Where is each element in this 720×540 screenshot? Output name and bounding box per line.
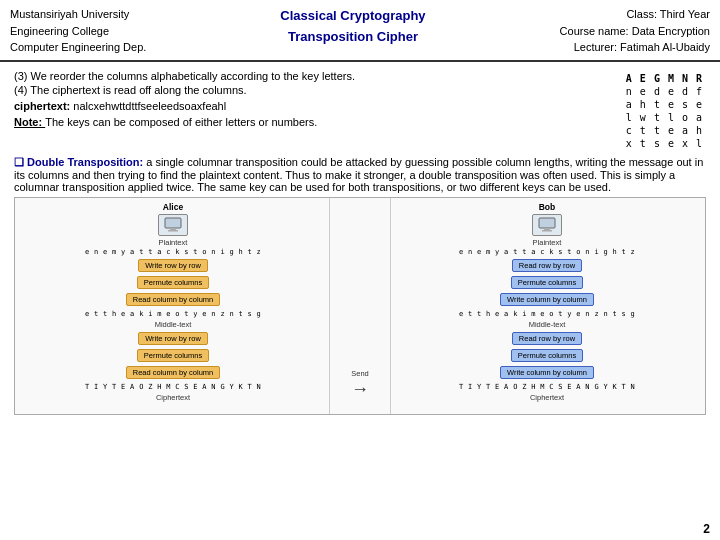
class-info: Class: Third Year Course name: Data Encr…: [560, 6, 710, 56]
bob-btn-read-row2[interactable]: Read row by row: [512, 332, 582, 345]
cipher-grid: AEGMNRnededfahteselwtloactteahxtsexl: [622, 72, 706, 150]
arrow-right-icon: →: [351, 379, 369, 400]
bob-label: Bob: [539, 202, 556, 212]
double-trans-label: ❑ Double Transposition:: [14, 156, 143, 168]
svg-rect-0: [165, 218, 181, 228]
bob-column: Bob Plaintext e n e m y a t t a c k s t …: [390, 198, 705, 414]
alice-btn-permute-col2[interactable]: Permute columns: [137, 349, 209, 362]
page-header: Mustansiriyah University Engineering Col…: [0, 0, 720, 62]
alice-ciphertext-label: Ciphertext: [156, 393, 190, 402]
send-arrow: Send →: [330, 198, 390, 414]
step4-text: (4) The ciphertext is read off along the…: [14, 84, 616, 96]
double-trans-section: ❑ Double Transposition: a single columna…: [14, 156, 706, 193]
diagram-area: Alice Plaintext e n e m y a t t a c k s …: [14, 197, 706, 415]
note-prefix: Note:: [14, 116, 45, 128]
alice-seq2: e t t h e a k i m e o t y e n z n t s g: [85, 310, 261, 318]
alice-btn-permute-col1[interactable]: Permute columns: [137, 276, 209, 289]
note-line: Note: The keys can be composed of either…: [14, 116, 616, 128]
alice-middle-label: Middle-text: [155, 320, 192, 329]
bob-computer-icon: [532, 214, 562, 236]
course-title: Classical Cryptography: [280, 6, 425, 27]
bob-plaintext-label: Plaintext: [533, 238, 562, 247]
slide-title: Classical Cryptography Transposition Cip…: [280, 6, 425, 48]
send-label: Send: [351, 369, 369, 378]
lecture-title: Transposition Cipher: [280, 27, 425, 48]
college-name: Engineering College: [10, 23, 146, 40]
cipher-value: nalcxehwttdttfseeleedsoaxfeahl: [73, 100, 226, 112]
svg-rect-3: [539, 218, 555, 228]
alice-seq1: e n e m y a t t a c k s t o n i g h t z: [85, 248, 261, 256]
department-name: Computer Engineering Dep.: [10, 39, 146, 56]
bob-btn-permute-col1[interactable]: Permute columns: [511, 276, 583, 289]
main-content: (3) We reorder the columns alphabeticall…: [0, 62, 720, 421]
steps-block: (3) We reorder the columns alphabeticall…: [14, 70, 616, 134]
alice-computer-icon: [158, 214, 188, 236]
bob-btn-write-col2[interactable]: Write column by column: [500, 366, 594, 379]
alice-btn-write-row2[interactable]: Write row by row: [138, 332, 208, 345]
alice-cipher-seq: T I Y T E A O Z H M C S E A N G Y K T N: [85, 383, 261, 391]
bob-seq2: e t t h e a k i m e o t y e n z n t s g: [459, 310, 635, 318]
bob-middle-label: Middle-text: [529, 320, 566, 329]
bob-ciphertext-label: Ciphertext: [530, 393, 564, 402]
top-section: (3) We reorder the columns alphabeticall…: [14, 70, 706, 150]
alice-label: Alice: [163, 202, 183, 212]
note-text: The keys can be composed of either lette…: [45, 116, 317, 128]
bob-cipher-seq: T I Y T E A O Z H M C S E A N G Y K T N: [459, 383, 635, 391]
page-number: 2: [703, 522, 710, 536]
lecturer-name: Lecturer: Fatimah Al-Ubaidy: [560, 39, 710, 56]
cipher-prefix: ciphertext:: [14, 100, 73, 112]
alice-btn-read-col1[interactable]: Read column by column: [126, 293, 220, 306]
alice-btn-read-col2[interactable]: Read column by column: [126, 366, 220, 379]
bob-btn-permute-col2[interactable]: Permute columns: [511, 349, 583, 362]
grid-block: AEGMNRnededfahteselwtloactteahxtsexl: [622, 70, 706, 150]
step3-text: (3) We reorder the columns alphabeticall…: [14, 70, 616, 82]
svg-rect-2: [168, 230, 178, 232]
alice-btn-write-row[interactable]: Write row by row: [138, 259, 208, 272]
svg-rect-4: [544, 228, 550, 230]
svg-rect-5: [542, 230, 552, 232]
bob-btn-write-col1[interactable]: Write column by column: [500, 293, 594, 306]
alice-column: Alice Plaintext e n e m y a t t a c k s …: [15, 198, 330, 414]
class-year: Class: Third Year: [560, 6, 710, 23]
bob-seq1: e n e m y a t t a c k s t o n i g h t z: [459, 248, 635, 256]
course-name: Course name: Data Encryption: [560, 23, 710, 40]
svg-rect-1: [170, 228, 176, 230]
institution-info: Mustansiriyah University Engineering Col…: [10, 6, 146, 56]
bob-btn-read-row[interactable]: Read row by row: [512, 259, 582, 272]
cipher-line: ciphertext: nalcxehwttdttfseeleedsoaxfea…: [14, 100, 616, 112]
university-name: Mustansiriyah University: [10, 6, 146, 23]
alice-plaintext-label: Plaintext: [159, 238, 188, 247]
